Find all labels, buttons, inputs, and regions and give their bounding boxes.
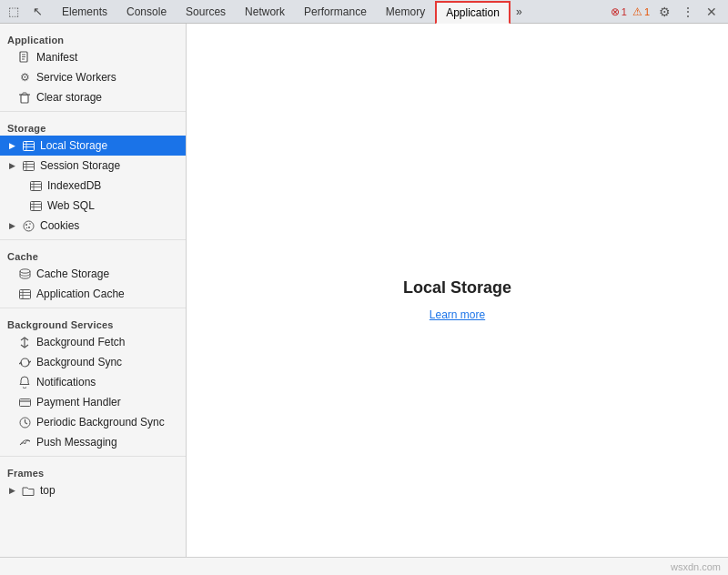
sidebar-item-manifest[interactable]: Manifest <box>0 47 186 67</box>
folder-icon <box>22 485 35 496</box>
sidebar-item-service-workers[interactable]: ⚙ Service Workers <box>0 67 186 87</box>
cookie-icon <box>22 220 35 232</box>
bg-fetch-label: Background Fetch <box>36 336 178 348</box>
svg-rect-11 <box>23 161 34 170</box>
main-layout: Application Manifest ⚙ Service Workers C… <box>0 24 728 575</box>
sidebar-item-payment-handler[interactable]: Payment Handler <box>0 392 186 412</box>
tab-performance[interactable]: Performance <box>295 0 377 24</box>
sidebar-item-local-storage[interactable]: ▶ Local Storage <box>0 136 186 156</box>
error-badge: ⊗ 1 <box>611 5 627 18</box>
bg-sync-label: Background Sync <box>36 356 178 368</box>
cache-storage-icon <box>18 268 31 279</box>
warn-count: 1 <box>644 6 650 17</box>
svg-point-26 <box>28 227 30 228</box>
devtools-icons: ⬚ ↖ <box>4 2 47 22</box>
sidebar-item-clear-storage[interactable]: Clear storage <box>0 87 186 107</box>
tab-memory[interactable]: Memory <box>377 0 435 24</box>
section-label-storage: Storage <box>0 116 186 136</box>
tab-more[interactable]: » <box>511 0 529 24</box>
app-cache-icon <box>18 289 31 299</box>
expand-arrow-top: ▶ <box>7 486 16 495</box>
svg-rect-19 <box>30 201 41 210</box>
watermark: wsxdn.com <box>671 561 721 572</box>
sidebar-item-push-messaging[interactable]: Push Messaging <box>0 432 186 452</box>
tab-bar: ⬚ ↖ Elements Console Sources Network Per… <box>0 0 728 24</box>
sidebar-item-indexeddb[interactable]: IndexedDB <box>0 176 186 196</box>
warn-icon: ⚠ <box>632 5 642 18</box>
bg-fetch-icon <box>18 337 31 348</box>
web-sql-label: Web SQL <box>47 199 178 212</box>
top-frame-label: top <box>40 484 178 497</box>
sidebar-item-cookies[interactable]: ▶ Cookies <box>0 216 186 236</box>
gear-icon: ⚙ <box>18 71 31 84</box>
settings-icon[interactable]: ⚙ <box>655 3 673 21</box>
clear-icon <box>18 92 31 104</box>
cookies-label: Cookies <box>40 219 178 232</box>
tab-sources[interactable]: Sources <box>177 0 236 24</box>
close-devtools-icon[interactable]: ✕ <box>703 3 721 21</box>
push-messaging-icon <box>18 437 31 448</box>
svg-point-23 <box>24 221 34 231</box>
payment-handler-label: Payment Handler <box>36 396 178 409</box>
periodic-sync-icon <box>18 417 31 429</box>
devtools-inspect-icon[interactable]: ↖ <box>27 2 47 22</box>
section-label-cache: Cache <box>0 244 186 264</box>
warn-badge: ⚠ 1 <box>632 5 650 18</box>
sidebar-item-session-storage[interactable]: ▶ Session Storage <box>0 156 186 176</box>
svg-point-25 <box>29 223 31 225</box>
local-storage-label: Local Storage <box>40 139 178 152</box>
svg-point-28 <box>20 269 30 273</box>
sidebar-item-notifications[interactable]: Notifications <box>0 372 186 392</box>
expand-arrow-cookies: ▶ <box>7 221 16 230</box>
tab-network[interactable]: Network <box>236 0 295 24</box>
sidebar-item-periodic-bg-sync[interactable]: Periodic Background Sync <box>0 412 186 432</box>
expand-arrow-session-storage: ▶ <box>7 161 16 170</box>
section-label-application: Application <box>0 27 186 47</box>
sidebar-item-web-sql[interactable]: Web SQL <box>0 196 186 216</box>
tab-application[interactable]: Application <box>435 1 511 25</box>
sidebar-item-bg-fetch[interactable]: Background Fetch <box>0 332 186 352</box>
content-title: Local Storage <box>403 278 511 298</box>
notifications-icon <box>18 376 31 388</box>
manifest-label: Manifest <box>36 51 178 64</box>
svg-rect-34 <box>19 398 30 406</box>
svg-rect-7 <box>23 141 34 150</box>
web-sql-icon <box>29 201 42 211</box>
app-cache-label: Application Cache <box>36 288 178 300</box>
section-label-frames: Frames <box>0 460 186 480</box>
main-content: Local Storage Learn more <box>187 24 728 575</box>
bottom-bar: wsxdn.com <box>0 557 728 575</box>
payment-icon <box>18 398 31 408</box>
learn-more-link[interactable]: Learn more <box>430 308 485 321</box>
tab-console[interactable]: Console <box>117 0 177 24</box>
svg-point-24 <box>25 224 27 226</box>
more-options-icon[interactable]: ⋮ <box>679 3 697 21</box>
section-label-bg-services: Background Services <box>0 312 186 332</box>
svg-line-38 <box>25 422 27 424</box>
svg-rect-6 <box>23 93 26 95</box>
local-storage-icon <box>22 141 35 151</box>
svg-point-27 <box>25 227 26 227</box>
service-workers-label: Service Workers <box>36 71 178 84</box>
push-messaging-label: Push Messaging <box>36 436 178 449</box>
file-icon <box>18 51 31 64</box>
notifications-label: Notifications <box>36 376 178 388</box>
session-storage-icon <box>22 161 35 171</box>
svg-rect-29 <box>19 289 30 298</box>
sidebar-item-app-cache[interactable]: Application Cache <box>0 284 186 304</box>
indexeddb-label: IndexedDB <box>47 179 178 192</box>
svg-rect-15 <box>30 181 41 190</box>
bg-sync-icon <box>18 357 31 368</box>
sidebar: Application Manifest ⚙ Service Workers C… <box>0 24 187 575</box>
sidebar-item-bg-sync[interactable]: Background Sync <box>0 352 186 372</box>
svg-rect-4 <box>21 95 28 103</box>
sidebar-item-cache-storage[interactable]: Cache Storage <box>0 264 186 284</box>
tab-right-controls: ⊗ 1 ⚠ 1 ⚙ ⋮ ✕ <box>611 3 728 21</box>
periodic-bg-sync-label: Periodic Background Sync <box>36 416 178 429</box>
error-count: 1 <box>622 6 627 17</box>
sidebar-item-top-frame[interactable]: ▶ top <box>0 480 186 500</box>
expand-arrow-local-storage: ▶ <box>7 141 16 150</box>
tab-elements[interactable]: Elements <box>53 0 117 24</box>
cache-storage-label: Cache Storage <box>36 267 178 280</box>
devtools-dock-icon[interactable]: ⬚ <box>4 2 24 22</box>
